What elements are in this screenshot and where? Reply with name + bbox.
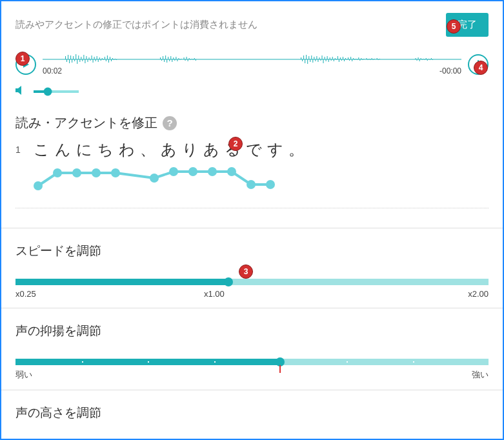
intonation-section: 声の抑揚を調節 弱い 強い [1,308,503,381]
accent-pitch-curve[interactable] [28,165,287,191]
speed-max-label: x2.00 [468,289,489,299]
svg-point-7 [111,168,120,177]
pitch-title: 声の高さを調節 [15,405,489,421]
annotation-badge-2: 2 [228,137,243,151]
intonation-min-label: 弱い [15,369,32,381]
waveform-container[interactable]: 00:02 -00:00 [43,52,461,77]
accent-section-title: 読み・アクセントを修正 ? [15,114,489,132]
divider [15,208,489,208]
volume-control [1,79,503,109]
svg-point-5 [72,168,81,177]
speed-title: スピードを調節 [15,243,489,259]
svg-point-8 [150,174,159,183]
svg-point-13 [247,180,256,189]
accent-title-text: 読み・アクセントを修正 [15,114,157,132]
pitch-section: 声の高さを調節 [1,390,503,421]
svg-point-3 [34,181,43,190]
speed-mid-label: x1.00 [204,289,225,299]
svg-point-12 [227,167,236,176]
intonation-title: 声の抑揚を調節 [15,323,489,339]
accent-section: 読み・アクセントを修正 ? 1 こんにちわ、ありあるです。 [1,109,503,203]
header-notice: 読みやアクセントの修正ではポイントは消費されません [15,19,257,31]
audio-player: 00:02 -00:00 [1,43,503,79]
svg-point-10 [188,167,197,176]
speed-section: スピードを調節 x0.25 x1.00 x2.00 [1,228,503,299]
intonation-slider[interactable] [15,359,489,365]
intonation-max-label: 強い [472,369,489,381]
annotation-badge-4: 4 [474,61,488,75]
svg-point-9 [169,167,178,176]
volume-icon [15,86,26,97]
speed-slider[interactable] [15,279,489,285]
svg-point-4 [53,168,62,177]
svg-point-14 [266,180,275,189]
reading-text[interactable]: こんにちわ、ありあるです。 [34,139,489,160]
remaining-time-label: -00:00 [439,66,461,75]
svg-point-11 [208,167,217,176]
current-time-label: 00:02 [43,66,62,75]
line-number: 1 [15,145,21,155]
annotation-badge-1: 1 [15,52,30,66]
svg-point-6 [92,168,101,177]
annotation-badge-5: 5 [447,19,461,34]
volume-slider[interactable] [34,90,79,93]
help-icon[interactable]: ? [163,116,177,130]
header-bar: 読みやアクセントの修正ではポイントは消費されません 完了 [1,1,503,43]
speed-min-label: x0.25 [15,289,36,299]
annotation-badge-3: 3 [239,265,253,279]
waveform [43,52,461,66]
center-mark [279,365,281,373]
svg-marker-2 [15,86,21,95]
